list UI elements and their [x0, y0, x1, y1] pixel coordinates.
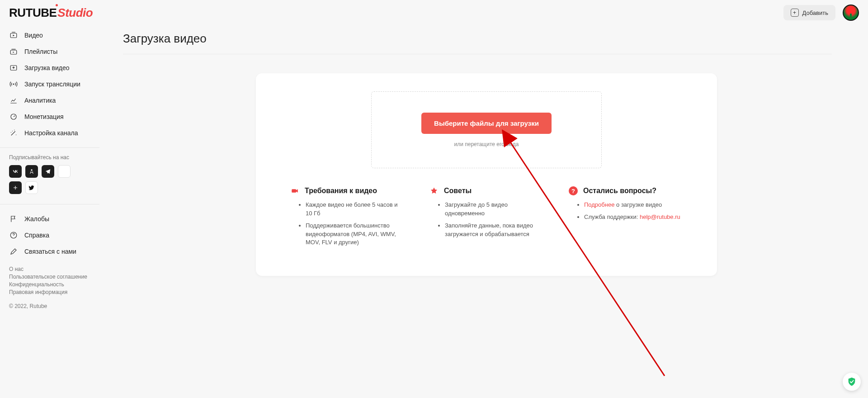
sidebar-item-label: Справка — [24, 232, 49, 239]
logo-text-1: RUTUBE — [9, 6, 57, 20]
support-email-link[interactable]: help@rutube.ru — [640, 213, 680, 220]
security-badge[interactable] — [843, 373, 861, 391]
logo-text-2: Studio — [57, 6, 93, 20]
main-area: Загрузка видео Выберите файлы для загруз… — [99, 25, 868, 398]
twitter-icon[interactable] — [25, 181, 38, 194]
list-item: Поддерживается большинство видеоформатов… — [306, 222, 404, 247]
list-item: Заполняйте данные, пока видео загружаетс… — [445, 222, 543, 239]
plus-social-icon[interactable] — [9, 181, 22, 194]
questions-list: Подробнее о загрузке видео Служба поддер… — [569, 201, 683, 222]
sidebar-separator — [0, 204, 99, 204]
flag-icon — [9, 214, 18, 223]
sidebar-item-stream[interactable]: Запуск трансляции — [0, 76, 99, 92]
tips-column: Советы Загружайте до 5 видео одновременн… — [429, 186, 543, 251]
logo-studio-label: Studio — [57, 6, 93, 19]
sidebar: Видео Плейлисты Загрузка видео Запуск тр… — [0, 25, 99, 398]
sidebar-item-upload[interactable]: Загрузка видео — [0, 60, 99, 76]
svg-point-3 — [13, 84, 14, 85]
app-header: RUTUBE Studio + Добавить — [0, 0, 868, 25]
help-icon — [9, 231, 18, 240]
sidebar-item-label: Плейлисты — [24, 48, 57, 55]
page-title: Загрузка видео — [123, 32, 832, 54]
more-link[interactable]: Подробнее — [584, 201, 614, 208]
telegram-icon[interactable] — [42, 165, 54, 178]
info-columns: Требования к видео Каждое видео не более… — [281, 186, 692, 251]
sidebar-item-label: Монетизация — [24, 113, 64, 120]
support-prefix: Служба поддержки: — [584, 213, 640, 220]
list-item: Загружайте до 5 видео одновременно — [445, 201, 543, 218]
questions-column: ? Остались вопросы? Подробнее о загрузке… — [569, 186, 683, 251]
tips-heading: Советы — [429, 186, 543, 195]
sidebar-item-monetization[interactable]: Монетизация — [0, 109, 99, 125]
subscribe-heading: Подписывайтесь на нас — [0, 154, 99, 165]
social-row-2 — [0, 181, 99, 198]
more-tail: о загрузке видео — [614, 201, 662, 208]
gauge-icon — [9, 112, 18, 121]
sidebar-item-contact[interactable]: Связаться с нами — [0, 243, 99, 260]
svg-rect-7 — [292, 189, 296, 193]
camera-icon — [290, 186, 299, 195]
requirements-column: Требования к видео Каждое видео не более… — [290, 186, 404, 251]
sidebar-item-help[interactable]: Справка — [0, 227, 99, 243]
sidebar-item-complaints[interactable]: Жалобы — [0, 211, 99, 227]
list-item: Служба поддержки: help@rutube.ru — [584, 213, 683, 222]
sidebar-item-analytics[interactable]: Аналитика — [0, 92, 99, 109]
question-icon: ? — [569, 186, 578, 195]
ok-icon[interactable] — [25, 165, 38, 178]
sidebar-item-label: Настройка канала — [24, 129, 78, 137]
add-button-label: Добавить — [802, 9, 828, 16]
tips-title: Советы — [444, 187, 472, 195]
copyright: © 2022, Rutube — [0, 297, 99, 316]
footer-link-terms[interactable]: Пользовательское соглашение — [9, 274, 90, 280]
sidebar-item-label: Жалобы — [24, 215, 49, 223]
pencil-icon — [9, 247, 18, 256]
social-row-1 — [0, 165, 99, 181]
footer-link-privacy[interactable]: Конфиденциальность — [9, 281, 90, 288]
add-button[interactable]: + Добавить — [783, 5, 835, 20]
sidebar-item-playlists[interactable]: Плейлисты — [0, 43, 99, 60]
list-item: Каждое видео не более 5 часов и 10 Гб — [306, 201, 404, 218]
svg-point-5 — [31, 169, 33, 171]
sidebar-item-video[interactable]: Видео — [0, 27, 99, 43]
sidebar-separator — [0, 147, 99, 148]
upload-dropzone[interactable]: Выберите файлы для загрузки или перетащи… — [371, 91, 602, 168]
tips-list: Загружайте до 5 видео одновременно Запол… — [429, 201, 543, 238]
shield-check-icon — [847, 377, 857, 387]
broadcast-icon — [9, 80, 18, 89]
playlist-icon — [9, 47, 18, 56]
play-rect-icon — [9, 31, 18, 40]
logo-dot-icon — [56, 4, 58, 6]
requirements-list: Каждое видео не более 5 часов и 10 Гб По… — [290, 201, 404, 247]
analytics-icon — [9, 96, 18, 105]
footer-links: О нас Пользовательское соглашение Конфид… — [0, 260, 99, 295]
sidebar-item-channel-settings[interactable]: Настройка канала — [0, 125, 99, 141]
app-logo[interactable]: RUTUBE Studio — [9, 6, 93, 20]
sidebar-item-label: Видео — [24, 32, 43, 39]
star-icon — [429, 186, 439, 195]
choose-files-button[interactable]: Выберите файлы для загрузки — [421, 113, 552, 134]
avatar[interactable] — [843, 5, 859, 21]
sidebar-item-label: Аналитика — [24, 97, 56, 104]
questions-title: Остались вопросы? — [583, 187, 656, 195]
upload-card: Выберите файлы для загрузки или перетащи… — [256, 73, 717, 276]
sidebar-item-label: Запуск трансляции — [24, 81, 80, 88]
footer-link-legal[interactable]: Правовая информация — [9, 289, 90, 295]
requirements-heading: Требования к видео — [290, 186, 404, 195]
list-item: Подробнее о загрузке видео — [584, 201, 683, 209]
social-placeholder[interactable] — [58, 165, 71, 178]
drag-hint-text: или перетащите его сюда — [454, 141, 519, 147]
requirements-title: Требования к видео — [305, 187, 377, 195]
vk-icon[interactable] — [9, 165, 22, 178]
upload-icon — [9, 63, 18, 72]
questions-heading: ? Остались вопросы? — [569, 186, 683, 195]
wand-icon — [9, 128, 18, 137]
sidebar-item-label: Связаться с нами — [24, 248, 76, 255]
plus-icon: + — [791, 9, 799, 17]
sidebar-item-label: Загрузка видео — [24, 64, 70, 71]
footer-link-about[interactable]: О нас — [9, 266, 90, 272]
